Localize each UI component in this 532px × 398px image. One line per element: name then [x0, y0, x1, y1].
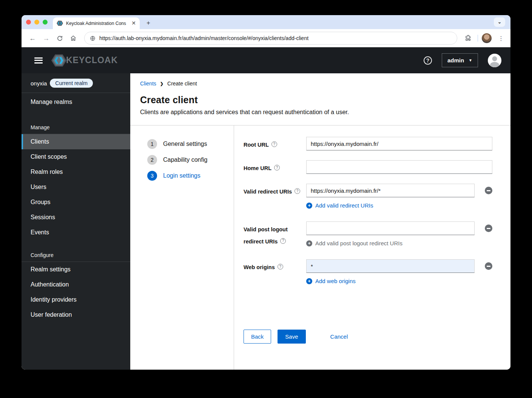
browser-profile-avatar[interactable]: [482, 33, 492, 43]
browser-toolbar: ← → ⋮: [22, 29, 510, 47]
root-url-input[interactable]: [306, 137, 492, 150]
keycloak-wordmark: KEYCLOAK: [66, 55, 118, 65]
realm-name: onyxia: [31, 80, 47, 87]
sidebar-item-manage-realms[interactable]: Manage realms: [22, 94, 130, 112]
sidebar-item-realm-settings[interactable]: Realm settings: [22, 262, 130, 277]
sidebar-item-events[interactable]: Events: [22, 225, 130, 240]
sidebar-item-authentication[interactable]: Authentication: [22, 277, 130, 292]
page-title: Create client: [140, 94, 495, 105]
keycloak-masthead: KEYCLOAK ? admin ▼: [22, 47, 510, 73]
toolbar-divider: [478, 35, 478, 42]
plus-circle-icon: +: [306, 240, 312, 246]
realm-selector[interactable]: onyxia Current realm: [22, 73, 130, 93]
home-icon[interactable]: [68, 33, 79, 44]
sidebar-item-realm-roles[interactable]: Realm roles: [22, 164, 130, 180]
sidebar-item-sessions[interactable]: Sessions: [22, 210, 130, 225]
zoom-window-button[interactable]: [43, 20, 48, 25]
help-icon[interactable]: ?: [424, 56, 432, 65]
root-url-label: Root URL ?: [244, 137, 306, 150]
sidebar-item-clients[interactable]: Clients: [22, 134, 130, 149]
post-logout-uris-row: Valid post logout redirect URIs ?: [244, 221, 492, 246]
step-number: 3: [147, 171, 157, 181]
step-label: General settings: [163, 141, 207, 147]
sidebar-item-groups[interactable]: Groups: [22, 195, 130, 210]
sidebar-item-identity-providers[interactable]: Identity providers: [22, 292, 130, 307]
site-info-globe-icon[interactable]: [90, 36, 96, 41]
user-dropdown[interactable]: admin ▼: [442, 53, 478, 67]
address-bar[interactable]: [84, 32, 457, 45]
post-logout-uris-help-icon[interactable]: ?: [280, 238, 286, 244]
valid-redirect-uris-label: Valid redirect URIs ?: [244, 184, 306, 209]
remove-redirect-uri-icon[interactable]: [485, 187, 492, 194]
sidebar-item-users[interactable]: Users: [22, 180, 130, 195]
home-url-help-icon[interactable]: ?: [274, 165, 280, 170]
sidebar-item-client-scopes[interactable]: Client scopes: [22, 149, 130, 164]
breadcrumb-current: Create client: [167, 81, 197, 87]
browser-window: Keycloak Administration Cons ✕ + ⌄ ← →: [22, 15, 510, 370]
user-dropdown-label: admin: [447, 57, 464, 63]
browser-menu-icon[interactable]: ⋮: [495, 33, 507, 44]
add-web-origins-label: Add web origins: [315, 278, 356, 284]
step-label: Capability config: [163, 156, 207, 163]
extensions-icon[interactable]: [463, 33, 474, 44]
url-input[interactable]: [99, 35, 452, 41]
step-label: Login settings: [163, 172, 200, 179]
valid-redirect-uris-row: Valid redirect URIs ? + Add valid redire…: [244, 184, 492, 209]
form-actions: Back Save Cancel: [244, 330, 492, 359]
cancel-link[interactable]: Cancel: [330, 333, 348, 340]
home-url-input[interactable]: [306, 160, 492, 174]
save-button[interactable]: Save: [278, 330, 305, 344]
home-url-row: Home URL ?: [244, 160, 492, 174]
wizard-step-login-settings[interactable]: 3 Login settings: [147, 171, 234, 181]
valid-redirect-uris-label-text: Valid redirect URIs: [244, 187, 292, 196]
step-number: 1: [147, 139, 157, 149]
keycloak-logo[interactable]: KEYCLOAK: [51, 53, 118, 68]
tab-title: Keycloak Administration Cons: [66, 21, 128, 26]
add-post-logout-uris-label: Add valid post logout redirect URIs: [315, 240, 402, 246]
root-url-row: Root URL ?: [244, 137, 492, 150]
reload-icon[interactable]: [54, 33, 65, 44]
chevron-down-icon: ▼: [469, 58, 472, 62]
sidebar-nav: onyxia Current realm Manage realms Manag…: [22, 73, 130, 370]
root-url-help-icon[interactable]: ?: [271, 141, 277, 147]
hamburger-menu-icon[interactable]: [34, 57, 43, 63]
web-origins-label: Web origins ?: [244, 259, 306, 284]
keycloak-logo-icon: [51, 53, 67, 68]
remove-post-logout-uri-icon[interactable]: [485, 225, 492, 232]
remove-web-origin-icon[interactable]: [485, 262, 492, 270]
tab-search-chevron-icon[interactable]: ⌄: [494, 17, 505, 27]
toolbar-right: ⋮: [463, 33, 507, 44]
sidebar-item-user-federation[interactable]: User federation: [22, 307, 130, 322]
back-button[interactable]: Back: [244, 330, 271, 344]
back-icon[interactable]: ←: [27, 33, 38, 44]
breadcrumb-clients-link[interactable]: Clients: [140, 81, 156, 87]
add-post-logout-uris-link[interactable]: + Add valid post logout redirect URIs: [306, 240, 402, 246]
page-header: Clients ❯ Create client Create client Cl…: [130, 73, 510, 125]
home-url-label-text: Home URL: [244, 164, 271, 172]
user-avatar[interactable]: [488, 54, 501, 67]
tab-strip: Keycloak Administration Cons ✕ + ⌄: [22, 15, 510, 29]
valid-redirect-uri-input[interactable]: [306, 184, 475, 197]
close-window-button[interactable]: [26, 20, 31, 25]
sidebar-section-configure: Configure: [22, 248, 130, 262]
web-origin-input[interactable]: [306, 259, 475, 273]
web-origins-label-text: Web origins: [244, 263, 275, 271]
sidebar-divider: [22, 93, 130, 93]
new-tab-button[interactable]: +: [143, 18, 153, 28]
wizard-step-general-settings[interactable]: 1 General settings: [147, 139, 234, 149]
forward-icon[interactable]: →: [40, 33, 52, 44]
post-logout-uri-input[interactable]: [306, 221, 475, 235]
main-content: Clients ❯ Create client Create client Cl…: [130, 73, 510, 370]
wizard-step-capability-config[interactable]: 2 Capability config: [147, 155, 234, 165]
sidebar-section-manage: Manage: [22, 121, 130, 134]
tab-close-icon[interactable]: ✕: [131, 20, 137, 26]
minimize-window-button[interactable]: [34, 20, 39, 25]
web-origins-help-icon[interactable]: ?: [278, 264, 283, 269]
add-valid-redirect-uris-link[interactable]: + Add valid redirect URIs: [306, 202, 373, 209]
current-realm-badge: Current realm: [50, 79, 93, 88]
browser-tab[interactable]: Keycloak Administration Cons ✕: [53, 17, 140, 29]
plus-circle-icon: +: [306, 278, 312, 284]
valid-redirect-uris-help-icon[interactable]: ?: [295, 188, 300, 194]
breadcrumb: Clients ❯ Create client: [140, 81, 495, 87]
add-web-origins-link[interactable]: + Add web origins: [306, 278, 356, 284]
